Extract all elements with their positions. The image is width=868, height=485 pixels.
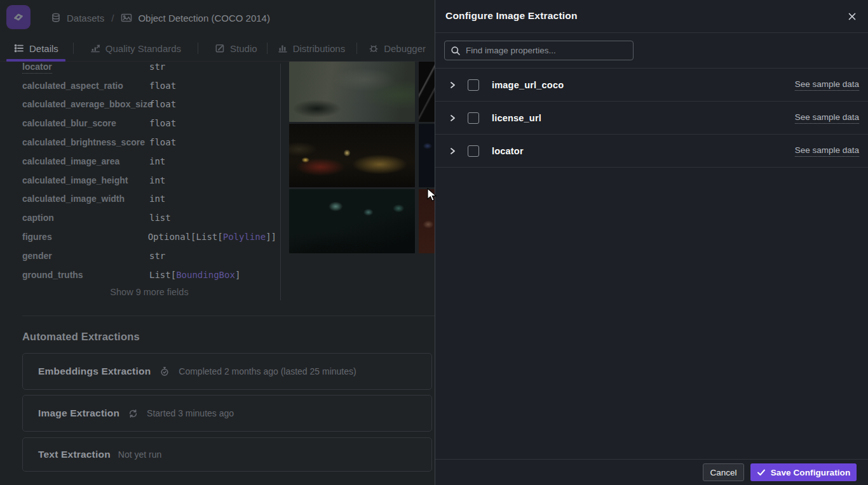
see-sample-data-link[interactable]: See sample data (795, 79, 859, 91)
tab-quality-standards-label: Quality Standards (105, 43, 181, 54)
sample-image-thumbnail[interactable] (289, 62, 415, 122)
field-row: locatorstr (22, 57, 276, 76)
image-property-list: image_url_coco See sample data license_u… (435, 69, 868, 168)
field-row: calculated_image_widthint (22, 190, 276, 209)
panel-footer: Cancel Save Configuration (435, 459, 868, 485)
field-name[interactable]: caption (22, 213, 149, 223)
field-type: str (149, 62, 165, 72)
extraction-card-embeddings[interactable]: Embeddings Extraction Completed 2 months… (22, 353, 432, 390)
field-row: captionlist (22, 208, 276, 227)
database-icon (51, 13, 61, 23)
field-name[interactable]: calculated_brightness_score (22, 137, 149, 147)
field-name[interactable]: calculated_image_width (22, 194, 149, 204)
histogram-icon (278, 43, 288, 53)
field-type: List[BoundingBox] (149, 270, 240, 280)
extraction-name: Image Extraction (38, 408, 119, 419)
chevron-right-icon[interactable] (449, 81, 456, 89)
breadcrumb-current-dataset[interactable]: Object Detection (COCO 2014) (121, 13, 270, 23)
automated-extractions-heading: Automated Extractions (22, 331, 140, 343)
close-icon (848, 12, 857, 21)
extraction-name: Embeddings Extraction (38, 366, 151, 377)
field-name[interactable]: locator (22, 62, 149, 72)
sync-icon (128, 409, 138, 418)
field-row: calculated_brightness_scorefloat (22, 133, 276, 152)
property-checkbox[interactable] (468, 79, 479, 91)
search-input[interactable] (466, 46, 627, 55)
stopwatch-check-icon (159, 366, 170, 376)
sample-image-thumbnail[interactable] (289, 124, 415, 187)
property-row-locator[interactable]: locator See sample data (435, 135, 868, 168)
edit-square-icon (215, 43, 225, 53)
field-row: calculated_image_heightint (22, 171, 276, 190)
field-row: calculated_aspect_ratiofloat (22, 76, 276, 95)
property-label: license_url (492, 113, 541, 123)
field-type: float (149, 137, 176, 147)
breadcrumb-current-label: Object Detection (COCO 2014) (138, 13, 270, 23)
panel-header: Configure Image Extraction (435, 0, 868, 33)
tab-distributions[interactable]: Distributions (276, 36, 347, 61)
extraction-status: Completed 2 months ago (lasted 25 minute… (179, 366, 356, 376)
see-sample-data-link[interactable]: See sample data (795, 145, 859, 157)
field-name[interactable]: calculated_aspect_ratio (22, 81, 149, 91)
extraction-status: Started 3 minutes ago (147, 408, 234, 418)
show-more-fields-link[interactable]: Show 9 more fields (22, 287, 276, 297)
field-type: str (149, 251, 165, 261)
property-label: image_url_coco (492, 80, 564, 90)
see-sample-data-link[interactable]: See sample data (795, 112, 859, 124)
chevron-right-icon[interactable] (449, 147, 456, 155)
property-checkbox[interactable] (468, 112, 479, 124)
field-name[interactable]: calculated_image_height (22, 175, 149, 185)
field-name[interactable]: calculated_image_area (22, 156, 149, 166)
property-row-image-url-coco[interactable]: image_url_coco See sample data (435, 69, 868, 102)
sample-image-thumbnail[interactable] (419, 124, 435, 187)
field-name[interactable]: ground_truths (22, 270, 149, 280)
extraction-card-text[interactable]: Text Extraction Not yet run (22, 437, 432, 472)
property-row-license-url[interactable]: license_url See sample data (435, 102, 868, 135)
extraction-card-image[interactable]: Image Extraction Started 3 minutes ago (22, 395, 432, 432)
field-type: int (149, 194, 165, 204)
tab-studio-label: Studio (230, 43, 257, 54)
tab-debugger-label: Debugger (384, 43, 426, 54)
breadcrumb-separator: / (111, 13, 114, 23)
field-type: Optional[List[Polyline]] (148, 232, 276, 242)
field-row: ground_truthsList[BoundingBox] (22, 265, 276, 284)
tab-debugger[interactable]: Debugger (367, 36, 427, 61)
search-icon (451, 46, 461, 56)
save-configuration-button[interactable]: Save Configuration (750, 463, 857, 481)
app-logo[interactable] (6, 5, 31, 29)
sample-image-thumbnail[interactable] (289, 189, 415, 253)
tab-distributions-label: Distributions (293, 43, 346, 54)
breadcrumb-datasets[interactable]: Datasets (51, 13, 104, 23)
field-name[interactable]: calculated_blur_score (22, 118, 149, 128)
field-type: int (149, 156, 165, 166)
field-type: float (149, 118, 176, 128)
sample-image-thumbnail[interactable] (419, 189, 435, 253)
close-button[interactable] (846, 11, 858, 22)
breadcrumb-datasets-label: Datasets (67, 13, 104, 23)
field-row: calculated_blur_scorefloat (22, 114, 276, 133)
field-type: int (149, 175, 165, 185)
field-row: figuresOptional[List[Polyline]] (22, 227, 276, 246)
field-type: float (149, 81, 176, 91)
cancel-button[interactable]: Cancel (703, 463, 744, 481)
field-type: float (149, 99, 176, 109)
chevron-right-icon[interactable] (449, 114, 456, 122)
field-row: calculated_image_areaint (22, 152, 276, 171)
tab-separator (267, 43, 268, 54)
property-label: locator (492, 146, 524, 156)
field-row: genderstr (22, 246, 276, 265)
image-icon (121, 13, 132, 23)
sample-image-thumbnail[interactable] (419, 62, 435, 122)
property-checkbox[interactable] (468, 145, 479, 157)
app-root: Datasets / Object Detection (COCO 2014) (0, 0, 868, 485)
extraction-status: Not yet run (118, 449, 161, 460)
field-name[interactable]: gender (22, 251, 149, 261)
list-icon (14, 43, 24, 53)
tab-separator (73, 43, 74, 54)
breadcrumb: Datasets / Object Detection (COCO 2014) (51, 0, 270, 36)
nucleus-logo-icon (11, 10, 25, 24)
tab-separator (198, 43, 198, 54)
field-name[interactable]: calculated_average_bbox_size (22, 99, 149, 109)
field-name[interactable]: figures (22, 232, 148, 242)
trend-chart-icon (90, 43, 100, 53)
